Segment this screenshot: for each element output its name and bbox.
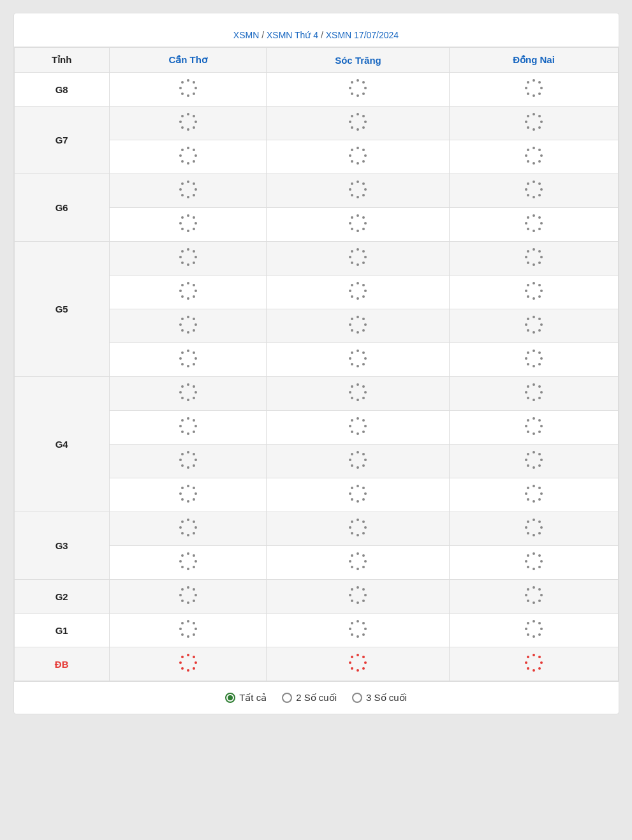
breadcrumb-link-1[interactable]: XSMN bbox=[233, 30, 259, 40]
loading-spinner bbox=[179, 248, 197, 266]
result-cell bbox=[450, 445, 618, 478]
radio-2-so-cuoi[interactable] bbox=[282, 693, 292, 703]
row-label: G1 bbox=[14, 614, 109, 647]
result-cell bbox=[109, 411, 267, 445]
table-row: ĐB bbox=[14, 647, 618, 681]
loading-spinner bbox=[525, 282, 543, 300]
result-cell bbox=[267, 242, 450, 276]
breadcrumb-link-3[interactable]: XSMN 17/07/2024 bbox=[326, 30, 399, 40]
radio-tat-ca[interactable] bbox=[225, 693, 235, 703]
result-cell bbox=[450, 546, 618, 580]
loading-spinner bbox=[179, 79, 197, 97]
loading-spinner bbox=[349, 451, 367, 469]
result-cell bbox=[450, 478, 618, 512]
table-row: G8 bbox=[14, 73, 618, 107]
result-cell bbox=[267, 445, 450, 478]
result-cell bbox=[109, 377, 267, 411]
result-cell bbox=[109, 107, 267, 140]
loading-spinner bbox=[349, 147, 367, 165]
result-cell bbox=[267, 343, 450, 377]
option-tat-ca[interactable]: Tất cả bbox=[225, 692, 267, 704]
loading-spinner bbox=[349, 417, 367, 435]
loading-spinner bbox=[179, 620, 197, 638]
result-cell bbox=[109, 512, 267, 546]
loading-spinner bbox=[349, 316, 367, 334]
row-label: G7 bbox=[14, 107, 109, 174]
result-cell bbox=[450, 411, 618, 445]
row-label: G2 bbox=[14, 580, 109, 614]
loading-spinner bbox=[525, 214, 543, 232]
result-cell bbox=[450, 309, 618, 343]
loading-spinner bbox=[349, 485, 367, 503]
breadcrumb: XSMN / XSMN Thứ 4 / XSMN 17/07/2024 bbox=[20, 30, 612, 40]
result-cell bbox=[267, 478, 450, 512]
result-cell bbox=[267, 411, 450, 445]
result-cell bbox=[109, 174, 267, 208]
loading-spinner bbox=[179, 282, 197, 300]
loading-spinner bbox=[525, 181, 543, 198]
radio-3-so-cuoi[interactable] bbox=[352, 693, 362, 703]
option-3-so-cuoi[interactable]: 3 Số cuối bbox=[352, 692, 407, 704]
result-cell bbox=[267, 174, 450, 208]
loading-spinner bbox=[179, 383, 197, 401]
loading-spinner bbox=[179, 654, 197, 672]
result-cell bbox=[450, 208, 618, 242]
loading-spinner bbox=[349, 586, 367, 604]
result-cell bbox=[109, 580, 267, 614]
result-cell bbox=[109, 140, 267, 174]
loading-spinner bbox=[179, 113, 197, 131]
loading-spinner bbox=[179, 147, 197, 165]
loading-spinner bbox=[525, 485, 543, 503]
row-label: G4 bbox=[14, 377, 109, 512]
loading-spinner bbox=[179, 485, 197, 503]
result-cell bbox=[450, 343, 618, 377]
result-cell bbox=[267, 107, 450, 140]
loading-spinner bbox=[525, 586, 543, 604]
result-cell bbox=[267, 276, 450, 309]
loading-spinner bbox=[525, 79, 543, 97]
loading-spinner bbox=[179, 181, 197, 198]
result-cell bbox=[450, 73, 618, 107]
loading-spinner bbox=[349, 654, 367, 672]
result-cell bbox=[109, 478, 267, 512]
result-cell bbox=[109, 647, 267, 681]
loading-spinner bbox=[525, 654, 543, 672]
col-tinh: Tỉnh bbox=[14, 48, 109, 73]
option-2-so-cuoi[interactable]: 2 Số cuối bbox=[282, 692, 337, 704]
loading-spinner bbox=[349, 113, 367, 131]
loading-spinner bbox=[525, 417, 543, 435]
table-header-row: Tỉnh Cần Thơ Sóc Trăng Đồng Nai bbox=[14, 48, 618, 73]
result-cell bbox=[267, 614, 450, 647]
result-cell bbox=[450, 242, 618, 276]
result-cell bbox=[109, 73, 267, 107]
loading-spinner bbox=[525, 316, 543, 334]
row-label: G5 bbox=[14, 242, 109, 377]
result-cell bbox=[450, 614, 618, 647]
option-2-so-cuoi-label: 2 Số cuối bbox=[296, 692, 337, 704]
loading-spinner bbox=[525, 113, 543, 131]
loading-spinner bbox=[179, 519, 197, 536]
loading-spinner bbox=[525, 248, 543, 266]
result-cell bbox=[267, 377, 450, 411]
result-cell bbox=[450, 377, 618, 411]
col-can-tho: Cần Thơ bbox=[109, 48, 267, 73]
breadcrumb-link-2[interactable]: XSMN Thứ 4 bbox=[267, 30, 318, 40]
loading-spinner bbox=[349, 282, 367, 300]
result-cell bbox=[450, 647, 618, 681]
loading-spinner bbox=[349, 248, 367, 266]
col-soc-trang: Sóc Trăng bbox=[267, 48, 450, 73]
col-dong-nai: Đồng Nai bbox=[450, 48, 618, 73]
row-label: G3 bbox=[14, 512, 109, 580]
loading-spinner bbox=[179, 451, 197, 469]
result-cell bbox=[109, 208, 267, 242]
loading-spinner bbox=[179, 214, 197, 232]
loading-spinner bbox=[179, 552, 197, 570]
page-header: XSMN / XSMN Thứ 4 / XSMN 17/07/2024 bbox=[14, 13, 619, 47]
result-cell bbox=[109, 445, 267, 478]
result-cell bbox=[267, 309, 450, 343]
table-row: G3 bbox=[14, 512, 618, 546]
result-cell bbox=[267, 73, 450, 107]
loading-spinner bbox=[525, 383, 543, 401]
result-cell bbox=[109, 242, 267, 276]
loading-spinner bbox=[179, 316, 197, 334]
